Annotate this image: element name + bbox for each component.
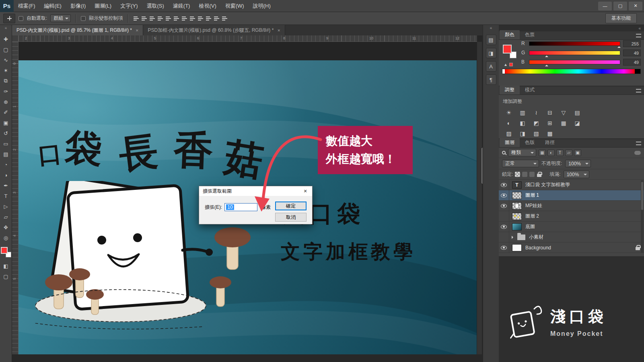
- lock-all-icon[interactable]: [537, 172, 542, 177]
- align-bottom-edges-icon[interactable]: [149, 15, 156, 21]
- panel-menu-icon[interactable]: [636, 34, 641, 37]
- layer-visibility-toggle[interactable]: [499, 243, 509, 253]
- layer-group-row[interactable]: 小素材: [499, 232, 644, 243]
- layer-filter-dropdown[interactable]: 種類: [508, 149, 536, 156]
- blend-mode-dropdown[interactable]: 正常: [502, 160, 539, 167]
- layer-thumbnail[interactable]: [512, 192, 522, 199]
- document-tab[interactable]: PSD加框-內文圖片(模板).psd @ 60.8% (步驟五, RGB/8#)…: [143, 25, 285, 35]
- show-transform-checkbox[interactable]: [81, 16, 86, 21]
- shape-tool[interactable]: ▱: [0, 212, 12, 222]
- align-right-edges-icon[interactable]: [173, 15, 180, 21]
- distribute-bottom-edges-icon[interactable]: [197, 15, 204, 21]
- slider-thumb[interactable]: [545, 54, 548, 57]
- workspace-switcher-button[interactable]: 基本功能: [605, 13, 637, 23]
- collapse-toolbar-icon[interactable]: [0, 25, 12, 31]
- distribute-vertical-centers-icon[interactable]: [189, 15, 196, 21]
- layer-row[interactable]: 淺口袋 文字加框教學: [499, 180, 644, 190]
- properties-panel-icon[interactable]: ◨: [486, 48, 496, 58]
- move-tool-preset[interactable]: [3, 14, 15, 23]
- slider-thumb[interactable]: [545, 63, 548, 66]
- tab-paths[interactable]: 路徑: [540, 138, 560, 147]
- brush-tool[interactable]: ✐: [0, 107, 12, 117]
- lock-pixels-icon[interactable]: [529, 172, 535, 177]
- layer-visibility-toggle[interactable]: [499, 211, 509, 221]
- document-tab-active[interactable]: PSD-內文圖片(模板).psd @ 85.7% (圖層 1, RGB/8#) …: [12, 25, 143, 35]
- layers-scrollbar[interactable]: [641, 180, 644, 253]
- selective-color-icon[interactable]: ▩: [543, 128, 557, 139]
- eraser-tool[interactable]: ▭: [0, 138, 12, 149]
- crop-tool[interactable]: ⧉: [0, 76, 12, 86]
- blur-tool[interactable]: ◔: [0, 159, 12, 170]
- tab-close-icon[interactable]: [136, 27, 139, 33]
- path-selection-tool[interactable]: ▷: [0, 201, 12, 212]
- layer-row[interactable]: MP娃娃: [499, 201, 644, 211]
- tab-close-icon[interactable]: [277, 27, 280, 33]
- hand-tool[interactable]: ✥: [0, 222, 12, 232]
- brightness-contrast-icon[interactable]: ☀: [502, 107, 516, 118]
- quick-mask-icon[interactable]: ◧: [0, 261, 12, 271]
- paragraph-panel-icon[interactable]: ¶: [486, 74, 496, 85]
- menu-item[interactable]: 視窗(W): [221, 0, 249, 12]
- layer-thumbnail[interactable]: [512, 202, 522, 210]
- history-panel-icon[interactable]: ▤: [486, 35, 496, 45]
- eyedropper-tool[interactable]: ✑: [0, 86, 12, 97]
- tab-channels[interactable]: 色版: [520, 138, 540, 147]
- layer-row[interactable]: Background: [499, 243, 644, 253]
- distribute-left-edges-icon[interactable]: [205, 15, 212, 21]
- dialog-title-bar[interactable]: 擴張選取範圍: [199, 186, 312, 196]
- foreground-color-chip[interactable]: [503, 45, 512, 53]
- menu-item[interactable]: 編輯(E): [40, 0, 66, 12]
- minimize-button[interactable]: —: [598, 2, 612, 10]
- adjustment-layer-filter-icon[interactable]: ◐: [547, 150, 555, 156]
- gamut-warning-icon[interactable]: ▲: [504, 62, 513, 67]
- layer-visibility-toggle[interactable]: [499, 232, 509, 242]
- vertical-scrollbar[interactable]: [477, 42, 482, 354]
- layer-visibility-toggle[interactable]: [499, 190, 509, 200]
- channel-r-slider[interactable]: [529, 41, 620, 46]
- menu-item[interactable]: 檢視(V): [194, 0, 220, 12]
- pen-tool[interactable]: ✒: [0, 180, 12, 191]
- invert-icon[interactable]: ◪: [570, 118, 584, 128]
- menu-item[interactable]: 檔案(F): [14, 0, 40, 12]
- hue-saturation-icon[interactable]: ▤: [570, 107, 584, 118]
- character-panel-icon[interactable]: A: [486, 61, 496, 72]
- color-spectrum-bar[interactable]: [502, 69, 641, 74]
- fill-dropdown[interactable]: 100%: [564, 171, 589, 178]
- lasso-tool[interactable]: ∿: [0, 55, 12, 65]
- group-expand-icon[interactable]: [512, 236, 515, 239]
- lock-position-icon[interactable]: [522, 172, 527, 177]
- channel-g-value[interactable]: 49: [623, 49, 641, 56]
- tab-layers[interactable]: 圖層: [500, 138, 520, 147]
- menu-item[interactable]: 文字(Y): [116, 0, 142, 12]
- dodge-tool[interactable]: ◑: [0, 170, 12, 180]
- posterize-icon[interactable]: ▨: [502, 128, 516, 139]
- expand-input[interactable]: 10: [224, 203, 257, 211]
- auto-select-checkbox[interactable]: [19, 16, 23, 21]
- cancel-button[interactable]: 取消: [275, 213, 307, 222]
- distribute-top-edges-icon[interactable]: [181, 15, 188, 21]
- screen-mode-icon[interactable]: ▢: [0, 271, 12, 282]
- layer-visibility-toggle[interactable]: [499, 201, 509, 211]
- color-balance-icon[interactable]: ◐: [502, 118, 516, 128]
- dialog-close-icon[interactable]: [298, 186, 312, 196]
- slider-thumb[interactable]: [617, 45, 621, 48]
- distribute-right-edges-icon[interactable]: [221, 15, 228, 21]
- clone-stamp-tool[interactable]: ▣: [0, 117, 12, 128]
- levels-icon[interactable]: ▥: [516, 107, 529, 118]
- align-left-edges-icon[interactable]: [157, 15, 164, 21]
- gradient-map-icon[interactable]: ▧: [529, 128, 543, 139]
- menu-item[interactable]: 圖層(L): [90, 0, 116, 12]
- layer-visibility-toggle[interactable]: [499, 180, 509, 190]
- lock-transparent-icon[interactable]: [515, 172, 520, 177]
- channel-r-value[interactable]: 255: [623, 40, 641, 47]
- menu-item[interactable]: 濾鏡(T): [169, 0, 195, 12]
- layer-thumbnail[interactable]: [512, 223, 522, 230]
- maximize-button[interactable]: ▢: [613, 2, 627, 10]
- shape-layer-filter-icon[interactable]: ▱: [565, 150, 572, 156]
- panel-menu-icon[interactable]: [636, 89, 641, 93]
- folder-icon[interactable]: [517, 234, 525, 240]
- type-tool[interactable]: T: [0, 191, 12, 201]
- menu-item[interactable]: 選取(S): [142, 0, 168, 12]
- healing-brush-tool[interactable]: ⊕: [0, 97, 12, 107]
- channel-g-slider[interactable]: [529, 51, 620, 55]
